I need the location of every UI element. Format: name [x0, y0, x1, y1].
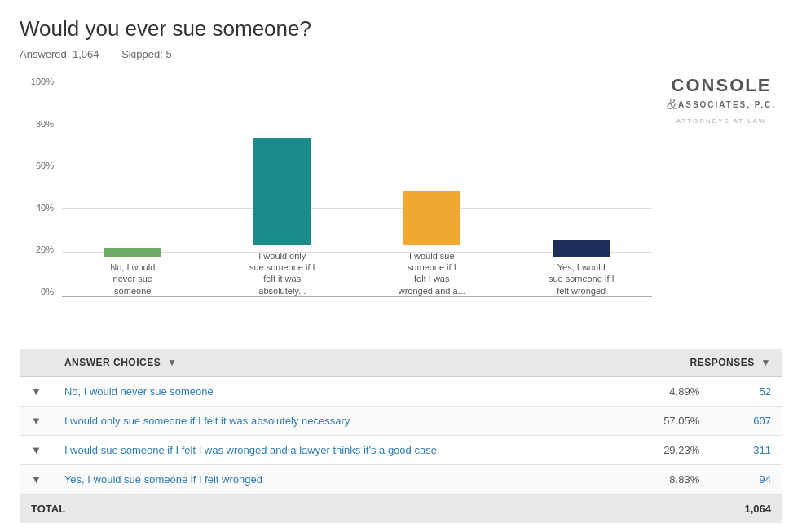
bar-group: I would only sue someone if I felt it wa…	[220, 138, 346, 297]
y-axis-label: 60%	[20, 160, 59, 170]
y-axis-label: 100%	[20, 77, 59, 86]
row-arrow[interactable]: ▼	[20, 407, 53, 436]
chart-section: 0%20%40%60%80%100% No, I would never sue…	[20, 77, 782, 329]
bar	[553, 240, 610, 257]
row-answer: No, I would never sue someone	[53, 377, 626, 407]
table-header-row: ANSWER CHOICES ▼ RESPONSES ▼	[20, 349, 782, 377]
logo-console: CONSOLE	[667, 77, 776, 95]
row-count: 52	[711, 377, 782, 407]
th-answers[interactable]: ANSWER CHOICES ▼	[53, 349, 626, 377]
table-row: ▼Yes, I would sue someone if I felt wron…	[20, 465, 782, 495]
row-count: 311	[711, 436, 782, 465]
bar-group: I would sue someone if I felt I was wron…	[369, 191, 495, 297]
row-arrow[interactable]: ▼	[20, 436, 53, 465]
bars-row: No, I would never sue someoneI would onl…	[62, 77, 652, 297]
bar-label: Yes, I would sue someone if I felt wrong…	[544, 262, 618, 297]
logo-area: CONSOLE & ASSOCIATES, P.C. ATTORNEYS AT …	[652, 77, 782, 166]
th-arrow	[20, 349, 53, 377]
page-title: Would you ever sue someone?	[20, 16, 782, 42]
bar	[104, 248, 161, 257]
logo-assoc: ASSOCIATES, P.C.	[678, 99, 776, 111]
sort-responses-icon[interactable]: ▼	[761, 357, 771, 368]
bar	[253, 138, 311, 245]
bar-label: No, I would never sue someone	[96, 262, 170, 297]
sort-answers-icon[interactable]: ▼	[167, 357, 177, 368]
skipped-stat: Skipped: 5	[121, 48, 171, 60]
row-pct: 4.89%	[626, 377, 711, 407]
survey-stats: Answered: 1,064 Skipped: 5	[20, 48, 782, 60]
logo-atty: ATTORNEYS AT LAW	[667, 117, 776, 125]
row-pct: 8.83%	[626, 465, 711, 495]
bar-group: No, I would never sue someone	[70, 248, 196, 297]
table-row: ▼No, I would never sue someone4.89%52	[20, 377, 782, 407]
th-responses[interactable]: RESPONSES ▼	[626, 349, 782, 377]
table-row: ▼I would only sue someone if I felt it w…	[20, 407, 782, 436]
row-answer: I would sue someone if I felt I was wron…	[53, 436, 626, 465]
y-axis-label: 0%	[20, 287, 59, 297]
row-count: 607	[711, 407, 782, 436]
x-axis-line	[62, 296, 652, 297]
logo-amp: &	[667, 95, 676, 115]
y-axis: 0%20%40%60%80%100%	[20, 77, 59, 297]
bar-group: Yes, I would sue someone if I felt wrong…	[519, 240, 645, 297]
row-arrow[interactable]: ▼	[20, 377, 53, 407]
row-arrow[interactable]: ▼	[20, 465, 53, 495]
bar-label: I would sue someone if I felt I was wron…	[395, 250, 469, 297]
row-answer: Yes, I would sue someone if I felt wrong…	[53, 465, 626, 495]
y-axis-label: 20%	[20, 244, 59, 254]
chart-inner: No, I would never sue someoneI would onl…	[62, 77, 652, 329]
row-pct: 57.05%	[626, 407, 711, 436]
row-pct: 29.23%	[626, 436, 711, 465]
row-answer: I would only sue someone if I felt it wa…	[53, 407, 626, 436]
answered-stat: Answered: 1,064	[20, 48, 99, 60]
total-label-cell: TOTAL	[20, 495, 711, 524]
bar-label: I would only sue someone if I felt it wa…	[245, 250, 319, 297]
data-table: ANSWER CHOICES ▼ RESPONSES ▼ ▼No, I woul…	[20, 349, 782, 523]
y-axis-label: 40%	[20, 203, 59, 213]
bar	[403, 191, 460, 245]
table-row: ▼I would sue someone if I felt I was wro…	[20, 436, 782, 465]
row-count: 94	[711, 465, 782, 495]
total-count-cell: 1,064	[711, 495, 782, 524]
chart-container: 0%20%40%60%80%100% No, I would never sue…	[20, 77, 652, 329]
y-axis-label: 80%	[20, 119, 59, 129]
table-footer-row: TOTAL 1,064	[20, 495, 782, 524]
